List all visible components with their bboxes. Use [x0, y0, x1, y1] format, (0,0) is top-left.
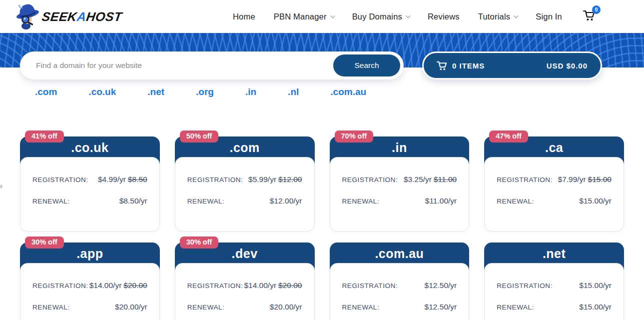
logo-wordmark: SEEKAHOST	[41, 10, 123, 24]
nav-item-label: PBN Manager	[274, 12, 327, 22]
registration-label: REGISTRATION:	[342, 176, 398, 184]
registration-price: $12.50/yr	[425, 281, 457, 290]
renewal-price: $20.00/yr	[270, 302, 302, 312]
nav-item-buy-domains[interactable]: Buy Domains	[352, 12, 409, 22]
registration-label: REGISTRATION:	[32, 176, 88, 184]
domain-search-banner: Search 0 ITEMS USD $0.00	[0, 33, 644, 68]
card-body: REGISTRATION: $14.00/yr$20.00 RENEWAL: $…	[175, 263, 315, 320]
domain-pricing-grid: 41% off .co.uk REGISTRATION: $4.99/yr$8.…	[20, 130, 624, 320]
card-body: REGISTRATION: $5.99/yr$12.00 RENEWAL: $1…	[175, 157, 315, 232]
chevron-down-icon	[406, 14, 411, 18]
registration-row: REGISTRATION: $15.00/yr	[497, 281, 612, 290]
nav-item-tutorials[interactable]: Tutorials	[478, 12, 517, 22]
registration-row: REGISTRATION: $14.00/yr$20.00	[32, 281, 147, 290]
renewal-label: RENEWAL:	[342, 198, 380, 205]
tld-quick-link[interactable]: .co.uk	[88, 86, 116, 98]
registration-price: $15.00/yr	[579, 281, 612, 290]
domain-pricing-card[interactable]: 30% off .dev REGISTRATION: $14.00/yr$20.…	[175, 242, 315, 320]
cart-count-badge: 0	[592, 6, 601, 14]
renewal-label: RENEWAL:	[187, 198, 225, 205]
registration-row: REGISTRATION: $5.99/yr$12.00	[187, 175, 302, 184]
renewal-price: $15.00/yr	[579, 196, 612, 206]
domain-pricing-card[interactable]: .com.au REGISTRATION: $12.50/yr RENEWAL:…	[330, 242, 470, 320]
tld-quick-links: .com .co.uk .net .org .in .nl .com.au	[35, 86, 644, 98]
renewal-price: $20.00/yr	[115, 302, 147, 312]
renewal-row: RENEWAL: $20.00/yr	[187, 302, 302, 312]
renewal-row: RENEWAL: $11.00/yr	[342, 196, 457, 206]
registration-price: $4.99/yr$8.50	[98, 175, 147, 184]
renewal-price: $15.00/yr	[579, 302, 612, 312]
renewal-label: RENEWAL:	[497, 304, 534, 311]
domain-pricing-card[interactable]: 30% off .app REGISTRATION: $14.00/yr$20.…	[20, 242, 160, 320]
card-tld-title: .net	[484, 242, 624, 265]
tld-quick-link[interactable]: .org	[196, 86, 214, 98]
tld-quick-link[interactable]: .nl	[288, 86, 299, 98]
registration-label: REGISTRATION:	[497, 282, 553, 290]
nav-cart-button[interactable]: 0	[583, 10, 595, 23]
search-button[interactable]: Search	[333, 54, 400, 76]
registration-label: REGISTRATION:	[187, 176, 243, 184]
cart-total-amount: USD $0.00	[547, 62, 588, 70]
card-body: REGISTRATION: $14.00/yr$20.00 RENEWAL: $…	[20, 263, 160, 320]
domain-pricing-card[interactable]: 70% off .in REGISTRATION: $3.25/yr$11.00…	[330, 136, 470, 232]
renewal-row: RENEWAL: $20.00/yr	[32, 302, 147, 312]
renewal-label: RENEWAL:	[187, 304, 225, 311]
registration-price: $5.99/yr$12.00	[248, 175, 302, 184]
nav-item-sign-in[interactable]: Sign In	[536, 12, 562, 22]
nav-item-label: Reviews	[428, 12, 460, 22]
card-body: REGISTRATION: $4.99/yr$8.50 RENEWAL: $8.…	[20, 157, 160, 232]
nav-item-label: Home	[233, 12, 255, 22]
registration-label: REGISTRATION:	[497, 176, 553, 184]
nav-item-reviews[interactable]: Reviews	[428, 12, 460, 22]
detective-mascot-icon	[14, 2, 40, 30]
renewal-label: RENEWAL:	[342, 304, 380, 311]
domain-search-bar: Search	[20, 52, 404, 80]
tld-quick-link[interactable]: .com	[35, 86, 57, 98]
renewal-label: RENEWAL:	[32, 304, 70, 311]
domain-pricing-card[interactable]: 41% off .co.uk REGISTRATION: $4.99/yr$8.…	[20, 136, 160, 232]
top-navigation-bar: SEEKAHOST Home PBN Manager Buy Domains R…	[0, 0, 644, 33]
nav-item-label: Tutorials	[478, 12, 510, 22]
domain-pricing-card[interactable]: 47% off .ca REGISTRATION: $7.99/yr$15.00…	[484, 136, 624, 232]
registration-row: REGISTRATION: $12.50/yr	[342, 281, 457, 290]
registration-label: REGISTRATION:	[187, 282, 243, 290]
discount-badge: 50% off	[180, 130, 219, 142]
edge-widget-fragment: «	[0, 182, 2, 190]
domain-pricing-card[interactable]: 50% off .com REGISTRATION: $5.99/yr$12.0…	[175, 136, 315, 232]
registration-old-price: $15.00	[588, 175, 612, 184]
nav-item-pbn-manager[interactable]: PBN Manager	[274, 12, 334, 22]
nav-item-label: Buy Domains	[352, 12, 402, 22]
nav-item-label: Sign In	[536, 12, 562, 22]
renewal-row: RENEWAL: $12.00/yr	[187, 196, 302, 206]
registration-row: REGISTRATION: $14.00/yr$20.00	[187, 281, 302, 290]
registration-price: $14.00/yr$20.00	[89, 281, 147, 290]
cart-summary-pill[interactable]: 0 ITEMS USD $0.00	[422, 52, 602, 80]
renewal-row: RENEWAL: $12.50/yr	[342, 302, 457, 312]
tld-quick-link[interactable]: .com.au	[330, 86, 366, 98]
renewal-row: RENEWAL: $15.00/yr	[497, 302, 612, 312]
renewal-row: RENEWAL: $8.50/yr	[32, 196, 147, 206]
cart-items-count: 0 ITEMS	[452, 62, 485, 70]
tld-quick-link[interactable]: .in	[245, 86, 256, 98]
registration-old-price: $20.00	[123, 281, 147, 290]
discount-badge: 41% off	[25, 130, 64, 142]
tld-quick-link[interactable]: .net	[147, 86, 164, 98]
discount-badge: 47% off	[489, 130, 528, 142]
domain-pricing-card[interactable]: .net REGISTRATION: $15.00/yr RENEWAL: $1…	[484, 242, 624, 320]
registration-price: $3.25/yr$11.00	[404, 175, 457, 184]
registration-price: $7.99/yr$15.00	[558, 175, 612, 184]
registration-label: REGISTRATION:	[342, 282, 398, 290]
registration-price: $14.00/yr$20.00	[244, 281, 302, 290]
registration-old-price: $11.00	[434, 175, 457, 184]
registration-row: REGISTRATION: $7.99/yr$15.00	[497, 175, 612, 184]
card-tld-title: .com.au	[330, 242, 470, 265]
domain-search-input[interactable]	[36, 61, 333, 70]
nav-item-home[interactable]: Home	[233, 12, 255, 22]
discount-badge: 70% off	[335, 130, 374, 142]
chevron-down-icon	[514, 14, 519, 18]
renewal-price: $8.50/yr	[119, 196, 147, 206]
card-body: REGISTRATION: $3.25/yr$11.00 RENEWAL: $1…	[330, 157, 470, 232]
chevron-down-icon	[330, 14, 335, 18]
renewal-row: RENEWAL: $15.00/yr	[497, 196, 612, 206]
seekahost-logo[interactable]: SEEKAHOST	[14, 2, 122, 30]
